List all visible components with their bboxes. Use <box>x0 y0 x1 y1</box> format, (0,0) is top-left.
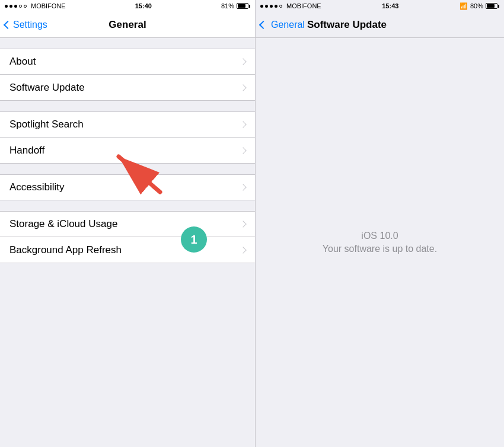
battery-fill <box>238 4 245 8</box>
left-back-button[interactable]: Settings <box>5 20 47 30</box>
signal-dot-2 <box>9 5 12 8</box>
right-chevron-icon <box>259 20 267 28</box>
left-panel: MOBIFONE 15:40 81% Settings General Abou… <box>0 0 255 447</box>
right-nav-bar: General Software Update <box>256 12 504 38</box>
right-back-label[interactable]: General <box>271 20 305 30</box>
r-signal-dot-3 <box>270 5 273 8</box>
r-signal-dot-5 <box>279 5 282 8</box>
right-status-bar: MOBIFONE 15:43 📶 80% <box>256 0 504 12</box>
right-status-left: MOBIFONE <box>260 2 321 9</box>
left-nav-bar: Settings General <box>0 12 255 38</box>
left-status-bar: MOBIFONE 15:40 81% <box>0 0 255 12</box>
settings-group-3: Accessibility <box>0 174 255 200</box>
r-signal-dot-4 <box>275 5 277 8</box>
about-item[interactable]: About <box>0 49 255 75</box>
handoff-chevron-icon <box>240 147 246 154</box>
ios-version: iOS 10.0 <box>361 231 398 241</box>
right-battery-icon <box>486 3 499 9</box>
settings-group-1: About Software Update <box>0 49 255 101</box>
left-chevron-icon <box>4 20 12 28</box>
right-back-button[interactable] <box>260 22 269 28</box>
left-status-right: 81% <box>221 2 250 9</box>
r-battery-tip <box>498 5 499 8</box>
signal-dot-3 <box>14 5 17 8</box>
about-label: About <box>9 56 36 68</box>
handoff-item[interactable]: Handoff <box>0 138 255 164</box>
spotlight-chevron-icon <box>240 121 246 127</box>
r-battery-fill <box>487 4 495 8</box>
software-update-item[interactable]: Software Update <box>0 75 255 101</box>
storage-chevron-icon <box>240 221 246 227</box>
storage-icloud-label: Storage & iCloud Usage <box>9 218 117 230</box>
right-status-right: 📶 80% <box>460 2 499 10</box>
battery-body <box>237 3 248 9</box>
signal-dot-4 <box>19 5 22 8</box>
left-battery-pct: 81% <box>221 2 234 9</box>
update-status: Your software is up to date. <box>323 244 437 254</box>
left-content: About Software Update Spotlight Search H… <box>0 38 255 447</box>
accessibility-label: Accessibility <box>9 181 65 193</box>
background-refresh-label: Background App Refresh <box>9 244 122 256</box>
right-battery-pct: 80% <box>470 2 483 9</box>
handoff-label: Handoff <box>9 145 44 157</box>
spotlight-search-item[interactable]: Spotlight Search <box>0 111 255 138</box>
signal-dot-5 <box>24 5 27 8</box>
update-content: iOS 10.0 Your software is up to date. <box>256 38 504 447</box>
background-refresh-item[interactable]: Background App Refresh <box>0 237 255 263</box>
accessibility-chevron-icon <box>240 184 246 190</box>
r-battery-body <box>486 3 497 9</box>
left-nav-title: General <box>109 19 146 31</box>
spotlight-search-label: Spotlight Search <box>9 119 84 130</box>
software-update-chevron-icon <box>240 84 246 91</box>
storage-icloud-item[interactable]: Storage & iCloud Usage <box>0 211 255 237</box>
left-status-left: MOBIFONE <box>5 2 66 9</box>
left-carrier: MOBIFONE <box>31 2 66 9</box>
software-update-label: Software Update <box>9 82 85 94</box>
settings-group-4: Storage & iCloud Usage Background App Re… <box>0 211 255 263</box>
about-chevron-icon <box>240 58 246 65</box>
right-carrier: MOBIFONE <box>286 2 321 9</box>
left-battery-icon <box>237 3 250 9</box>
r-signal-dot-1 <box>260 5 263 8</box>
wifi-icon: 📶 <box>460 2 468 10</box>
right-panel: MOBIFONE 15:43 📶 80% General Software Up… <box>255 0 504 447</box>
signal-dot-1 <box>5 5 8 8</box>
left-back-label: Settings <box>13 20 47 30</box>
settings-group-2: Spotlight Search Handoff <box>0 111 255 164</box>
background-refresh-chevron-icon <box>240 247 246 253</box>
left-time: 15:40 <box>135 2 152 9</box>
battery-tip <box>249 5 250 8</box>
right-nav-title: Software Update <box>307 19 387 31</box>
right-time: 15:43 <box>382 2 398 9</box>
accessibility-item[interactable]: Accessibility <box>0 174 255 200</box>
r-signal-dot-2 <box>265 5 268 8</box>
